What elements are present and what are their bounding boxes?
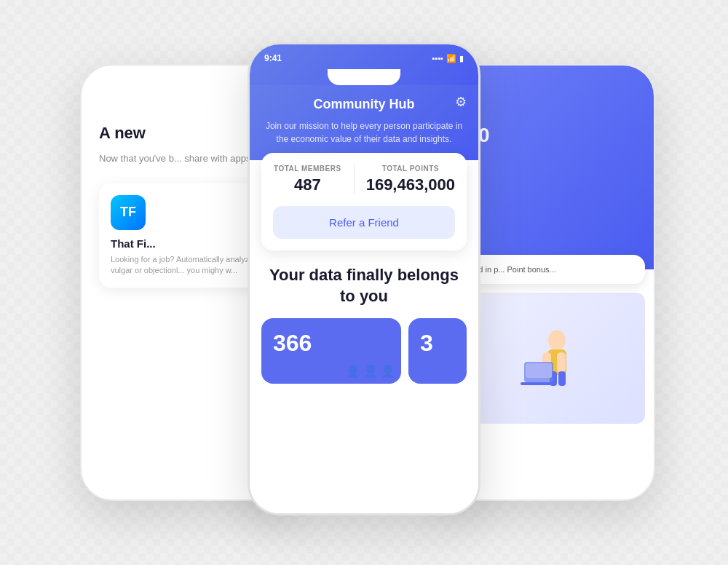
bottom-cards: 366 👤 👤 👤 3 — [261, 318, 467, 384]
right-card-text: Locked in p... Point bonus... — [457, 265, 635, 274]
person-icon-1: 👤 — [346, 364, 360, 378]
scene: A new Now that you've b... share with ap… — [66, 20, 662, 545]
total-points-stat: TOTAL POINTS 169,463,000 — [354, 165, 467, 194]
total-points-value: 169,463,000 — [366, 175, 455, 194]
app-header: Community Hub ⚙ Join our mission to help… — [250, 85, 478, 160]
svg-rect-8 — [521, 382, 555, 385]
app-name: That Fi... — [111, 237, 156, 250]
stats-row: TOTAL MEMBERS 487 TOTAL POINTS 169,463,0… — [261, 153, 467, 206]
status-icons: ▪▪▪▪ 📶 ▮ — [432, 54, 464, 63]
total-points-label: TOTAL POINTS — [366, 165, 455, 173]
status-time: 9:41 — [264, 53, 282, 63]
bottom-card-members-value: 366 — [273, 330, 389, 357]
refer-friend-button[interactable]: Refer a Friend — [273, 206, 455, 239]
notch-bar: 9:41 ▪▪▪▪ 📶 ▮ — [250, 44, 478, 85]
svg-rect-3 — [557, 352, 566, 373]
notch — [328, 69, 400, 85]
status-bar: 9:41 ▪▪▪▪ 📶 ▮ — [264, 53, 464, 63]
bottom-card-small: 3 — [408, 318, 467, 384]
app-desc: Looking for a job? Automatically analyz.… — [111, 254, 268, 277]
header-title: Community Hub — [264, 97, 464, 112]
app-icon: TF — [111, 195, 146, 230]
total-members-label: TOTAL MEMBERS — [273, 165, 342, 173]
battery-icon: ▮ — [459, 54, 464, 63]
svg-rect-5 — [558, 371, 566, 386]
main-content: Your data finally belongs to you 366 👤 👤… — [250, 250, 478, 513]
wifi-icon: 📶 — [446, 54, 456, 63]
header-description: Join our mission to help every person pa… — [264, 119, 464, 146]
svg-point-0 — [548, 330, 566, 350]
main-title: Your data finally belongs to you — [261, 265, 467, 307]
bottom-card-person-icons: 👤 👤 👤 — [346, 364, 395, 378]
bottom-card-members: 366 👤 👤 👤 — [261, 318, 401, 384]
stats-card: TOTAL MEMBERS 487 TOTAL POINTS 169,463,0… — [261, 153, 467, 250]
signal-icon: ▪▪▪▪ — [432, 54, 443, 63]
bottom-card-small-value: 3 — [420, 330, 455, 357]
person-icon-2: 👤 — [363, 364, 378, 378]
total-members-stat: TOTAL MEMBERS 487 — [261, 165, 354, 194]
person-icon-3: 👤 — [381, 364, 395, 378]
svg-rect-7 — [526, 363, 552, 378]
phone-center: 9:41 ▪▪▪▪ 📶 ▮ Community Hub ⚙ Join our m… — [248, 42, 480, 515]
gear-icon[interactable]: ⚙ — [455, 94, 467, 110]
total-members-value: 487 — [273, 175, 342, 194]
